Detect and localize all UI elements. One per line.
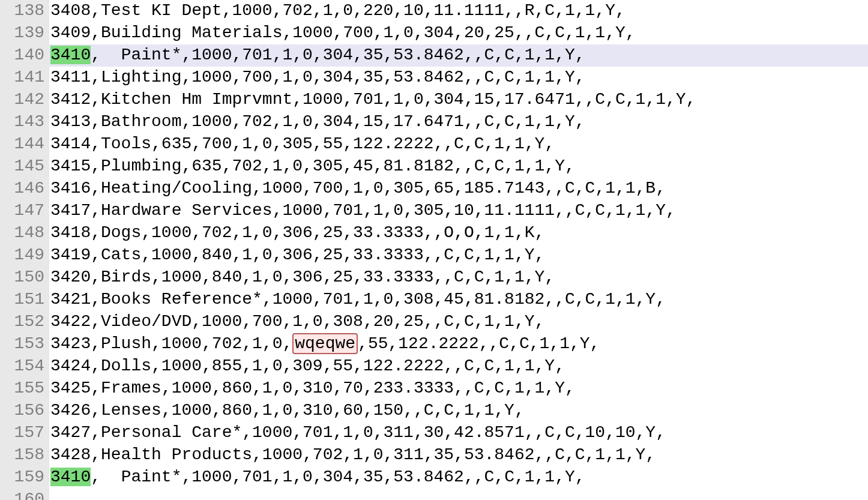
- code-line[interactable]: 1483418,Dogs,1000,702,1,0,306,25,33.3333…: [0, 222, 868, 244]
- line-content[interactable]: 3413,Bathroom,1000,702,1,0,304,15,17.647…: [49, 111, 868, 133]
- line-number: 160: [0, 489, 49, 500]
- code-line[interactable]: 1573427,Personal Care*,1000,701,1,0,311,…: [0, 422, 868, 444]
- line-number: 158: [0, 444, 49, 466]
- code-line[interactable]: 1583428,Health Products,1000,702,1,0,311…: [0, 444, 868, 466]
- code-line[interactable]: 1383408,Test KI Dept,1000,702,1,0,220,10…: [0, 0, 868, 22]
- line-content[interactable]: 3414,Tools,635,700,1,0,305,55,122.2222,,…: [49, 133, 868, 155]
- code-line[interactable]: 1593410, Paint*,1000,701,1,0,304,35,53.8…: [0, 466, 868, 489]
- line-number: 155: [0, 378, 49, 400]
- line-content[interactable]: 3416,Heating/Cooling,1000,700,1,0,305,65…: [49, 178, 868, 200]
- line-content[interactable]: 3423,Plush,1000,702,1,0,wqeqwe,55,122.22…: [49, 333, 868, 355]
- line-number: 153: [0, 333, 49, 355]
- line-number: 146: [0, 178, 49, 200]
- code-line[interactable]: 1533423,Plush,1000,702,1,0,wqeqwe,55,122…: [0, 333, 868, 355]
- line-content[interactable]: 3411,Lighting,1000,700,1,0,304,35,53.846…: [49, 67, 868, 89]
- line-number: 147: [0, 200, 49, 222]
- line-number: 157: [0, 422, 49, 444]
- line-number: 145: [0, 155, 49, 178]
- code-line[interactable]: 1423412,Kitchen Hm Imprvmnt,1000,701,1,0…: [0, 89, 868, 111]
- line-content[interactable]: 3417,Hardware Services,1000,701,1,0,305,…: [49, 200, 868, 222]
- line-content[interactable]: 3422,Video/DVD,1000,700,1,0,308,20,25,,C…: [49, 311, 868, 333]
- line-content[interactable]: 3408,Test KI Dept,1000,702,1,0,220,10,11…: [49, 0, 868, 22]
- code-line[interactable]: 1513421,Books Reference*,1000,701,1,0,30…: [0, 289, 868, 311]
- code-line[interactable]: 1543424,Dolls,1000,855,1,0,309,55,122.22…: [0, 355, 868, 378]
- code-line[interactable]: 1553425,Frames,1000,860,1,0,310,70,233.3…: [0, 378, 868, 400]
- line-number: 152: [0, 311, 49, 333]
- line-number: 144: [0, 133, 49, 155]
- line-content[interactable]: 3425,Frames,1000,860,1,0,310,70,233.3333…: [49, 378, 868, 400]
- code-line[interactable]: 1463416,Heating/Cooling,1000,700,1,0,305…: [0, 178, 868, 200]
- code-line[interactable]: 1443414,Tools,635,700,1,0,305,55,122.222…: [0, 133, 868, 155]
- line-number: 148: [0, 222, 49, 244]
- line-number: 150: [0, 267, 49, 289]
- line-content[interactable]: 3409,Building Materials,1000,700,1,0,304…: [49, 22, 868, 44]
- code-line[interactable]: 1403410, Paint*,1000,701,1,0,304,35,53.8…: [0, 44, 868, 67]
- line-number: 156: [0, 400, 49, 422]
- line-content[interactable]: 3415,Plumbing,635,702,1,0,305,45,81.8182…: [49, 155, 868, 178]
- line-content[interactable]: 3426,Lenses,1000,860,1,0,310,60,150,,C,C…: [49, 400, 868, 422]
- code-line[interactable]: 1493419,Cats,1000,840,1,0,306,25,33.3333…: [0, 244, 868, 267]
- code-line[interactable]: 160: [0, 489, 868, 500]
- code-line[interactable]: 1503420,Birds,1000,840,1,0,306,25,33.333…: [0, 267, 868, 289]
- line-number: 140: [0, 44, 49, 67]
- line-content[interactable]: 3410, Paint*,1000,701,1,0,304,35,53.8462…: [49, 44, 868, 67]
- line-number: 151: [0, 289, 49, 311]
- code-line[interactable]: 1563426,Lenses,1000,860,1,0,310,60,150,,…: [0, 400, 868, 422]
- code-line[interactable]: 1523422,Video/DVD,1000,700,1,0,308,20,25…: [0, 311, 868, 333]
- line-content[interactable]: 3418,Dogs,1000,702,1,0,306,25,33.3333,,O…: [49, 222, 868, 244]
- search-match: 3410: [50, 46, 91, 64]
- line-content[interactable]: 3428,Health Products,1000,702,1,0,311,35…: [49, 444, 868, 466]
- line-number: 154: [0, 355, 49, 378]
- line-number: 149: [0, 244, 49, 267]
- line-content[interactable]: 3410, Paint*,1000,701,1,0,304,35,53.8462…: [49, 466, 868, 489]
- line-number: 159: [0, 466, 49, 489]
- line-content[interactable]: 3412,Kitchen Hm Imprvmnt,1000,701,1,0,30…: [49, 89, 868, 111]
- line-number: 138: [0, 0, 49, 22]
- line-number: 141: [0, 67, 49, 89]
- code-line[interactable]: 1393409,Building Materials,1000,700,1,0,…: [0, 22, 868, 44]
- code-line[interactable]: 1453415,Plumbing,635,702,1,0,305,45,81.8…: [0, 155, 868, 178]
- line-number: 139: [0, 22, 49, 44]
- line-number: 143: [0, 111, 49, 133]
- code-editor[interactable]: 1383408,Test KI Dept,1000,702,1,0,220,10…: [0, 0, 868, 500]
- code-line[interactable]: 1413411,Lighting,1000,700,1,0,304,35,53.…: [0, 67, 868, 89]
- line-number: 142: [0, 89, 49, 111]
- line-content[interactable]: 3421,Books Reference*,1000,701,1,0,308,4…: [49, 289, 868, 311]
- search-match: 3410: [50, 468, 91, 486]
- line-content[interactable]: 3419,Cats,1000,840,1,0,306,25,33.3333,,C…: [49, 244, 868, 267]
- line-content[interactable]: 3424,Dolls,1000,855,1,0,309,55,122.2222,…: [49, 355, 868, 378]
- code-line[interactable]: 1433413,Bathroom,1000,702,1,0,304,15,17.…: [0, 111, 868, 133]
- error-match: wqeqwe: [292, 333, 358, 354]
- code-line[interactable]: 1473417,Hardware Services,1000,701,1,0,3…: [0, 200, 868, 222]
- line-content[interactable]: 3420,Birds,1000,840,1,0,306,25,33.3333,,…: [49, 267, 868, 289]
- line-content[interactable]: 3427,Personal Care*,1000,701,1,0,311,30,…: [49, 422, 868, 444]
